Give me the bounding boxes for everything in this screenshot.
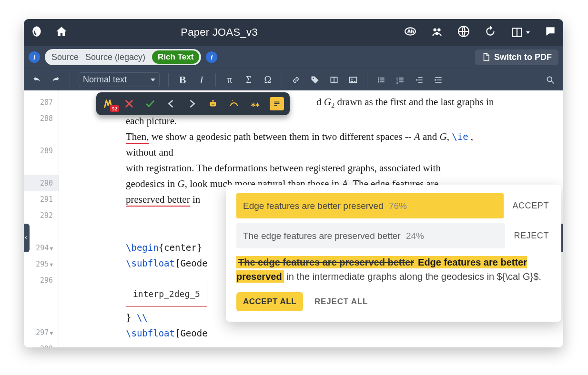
next-icon[interactable] [186, 98, 198, 110]
robot-icon[interactable] [207, 98, 219, 110]
svg-point-30 [547, 77, 552, 81]
sigma-symbol-button[interactable]: Σ [241, 72, 257, 88]
suggestion-popup: Edge features are better preserved 76% A… [226, 185, 561, 322]
project-title: Paper JOAS_v3 [46, 26, 393, 39]
text-line: each picture. [126, 113, 554, 129]
info-icon[interactable]: i [206, 51, 217, 63]
app-window: Paper JOAS_v3 Ab i [24, 19, 563, 347]
reject-all-button[interactable]: REJECT ALL [314, 297, 368, 306]
switch-to-pdf-button[interactable]: Switch to PDF [475, 49, 558, 65]
chevron-down-icon [526, 31, 530, 34]
accept-icon[interactable] [144, 98, 156, 110]
info-icon[interactable]: i [29, 51, 40, 63]
svg-point-34 [213, 104, 214, 105]
paragraph-style-dropdown[interactable]: Normal text [79, 72, 160, 87]
suggestion-preview: The edge features are preserved betterEd… [236, 255, 550, 284]
fold-icon[interactable]: ▼ [50, 262, 53, 268]
svg-rect-32 [210, 102, 216, 106]
mode-source-legacy[interactable]: Source (legacy) [85, 52, 145, 62]
indent-button[interactable] [430, 72, 446, 88]
omega-symbol-button[interactable]: Ω [260, 72, 276, 88]
suggestion-option[interactable]: The edge features are preserved better 2… [236, 223, 505, 248]
share-icon[interactable] [431, 25, 443, 39]
line-number: 291 [24, 191, 59, 207]
fold-icon[interactable]: ▼ [50, 246, 53, 252]
bold-button[interactable]: B [174, 72, 191, 88]
svg-text:3: 3 [396, 81, 398, 84]
writefull-toolbar: 52 ⁎⁎⁎ [96, 92, 290, 115]
suggestion-text: The edge features are preserved better [243, 231, 401, 241]
svg-point-33 [212, 104, 213, 105]
svg-point-3 [437, 29, 441, 32]
suggestion-text: Edge features are better preserved [243, 201, 384, 211]
editor-mode-switch: Source Source (legacy) Rich Text [45, 49, 201, 65]
switch-to-pdf-label: Switch to PDF [494, 52, 552, 62]
writefull-logo-icon[interactable]: Ab [404, 25, 416, 39]
svg-text:Ab: Ab [407, 29, 415, 34]
svg-point-36 [231, 101, 232, 102]
text-fragment: } [126, 312, 137, 323]
svg-text:⁎⁎⁎: ⁎⁎⁎ [251, 99, 260, 108]
writefull-logo-icon[interactable]: 52 [102, 98, 114, 110]
document-content[interactable]: 52 ⁎⁎⁎ d G2 drawn as the first and the l… [59, 90, 563, 347]
line-number: 298 [24, 341, 59, 347]
line-number: 287 [24, 94, 59, 110]
reject-button[interactable]: REJECT [513, 229, 550, 243]
mode-rich-text[interactable]: Rich Text [152, 50, 199, 64]
more-icon[interactable]: ⁎⁎⁎ [249, 98, 261, 110]
reject-icon[interactable] [123, 98, 135, 110]
paraphrase-icon[interactable] [228, 98, 240, 110]
text-line: \subfloat[Geode [126, 326, 554, 341]
redo-button[interactable] [48, 72, 64, 88]
line-gutter: 287 288 289 290 291 292 294▼ 295▼ 296 29… [24, 90, 59, 347]
accept-button[interactable]: ACCEPT [511, 199, 550, 213]
topbar: Paper JOAS_v3 Ab [24, 19, 563, 46]
mode-source[interactable]: Source [51, 52, 79, 62]
preview-context: in the intermediate graphs along the geo… [284, 271, 541, 282]
svg-point-37 [232, 100, 233, 101]
suggestion-confidence: 76% [389, 201, 407, 211]
svg-line-31 [552, 81, 554, 83]
error-frame: interp_2deg_5 [126, 281, 207, 307]
image-button[interactable] [345, 72, 361, 88]
prev-icon[interactable] [165, 98, 177, 110]
history-icon[interactable] [484, 25, 497, 39]
layout-icon[interactable] [511, 26, 530, 39]
line-number: 295▼ [24, 256, 59, 272]
overleaf-logo-icon[interactable] [30, 25, 43, 39]
text-fragment: \\ [137, 312, 148, 323]
line-number: 296 [24, 272, 59, 325]
chat-icon[interactable] [544, 25, 557, 39]
collapse-left-panel[interactable] [24, 224, 30, 252]
suggestion-confidence: 24% [406, 231, 424, 241]
editor: 287 288 289 290 291 292 294▼ 295▼ 296 29… [24, 90, 563, 347]
line-number: 292 [24, 207, 59, 224]
pi-symbol-button[interactable]: π [222, 72, 238, 88]
publish-icon[interactable] [457, 25, 470, 39]
svg-point-13 [378, 79, 379, 80]
link-button[interactable] [288, 72, 304, 88]
text-line: with registration. The deformations betw… [126, 160, 554, 176]
tag-button[interactable] [307, 72, 323, 88]
file-pdf-icon [482, 53, 490, 61]
accept-all-button[interactable]: ACCEPT ALL [236, 292, 303, 311]
fold-icon[interactable]: ▼ [50, 330, 53, 336]
undo-button[interactable] [29, 72, 45, 88]
format-toolbar: Normal text B I π Σ Ω 123 [24, 69, 563, 90]
search-button[interactable] [542, 72, 558, 88]
svg-rect-35 [212, 100, 214, 102]
preview-original: The edge features are preserved better [236, 256, 416, 268]
suggestion-option[interactable]: Edge features are better preserved 76% [236, 193, 504, 218]
svg-point-12 [378, 77, 379, 79]
numbered-list-button[interactable]: 123 [392, 72, 408, 88]
cite-button[interactable] [326, 72, 342, 88]
mode-row: i Source Source (legacy) Rich Text i Swi… [24, 46, 563, 69]
italic-button[interactable]: I [193, 72, 210, 88]
outdent-button[interactable] [411, 72, 427, 88]
line-number: 289 [24, 143, 59, 175]
line-number: 297▼ [24, 325, 59, 341]
note-icon[interactable] [270, 97, 284, 110]
paragraph-style-label: Normal text [83, 75, 127, 85]
bullet-list-button[interactable] [373, 72, 389, 88]
svg-point-2 [433, 29, 436, 32]
